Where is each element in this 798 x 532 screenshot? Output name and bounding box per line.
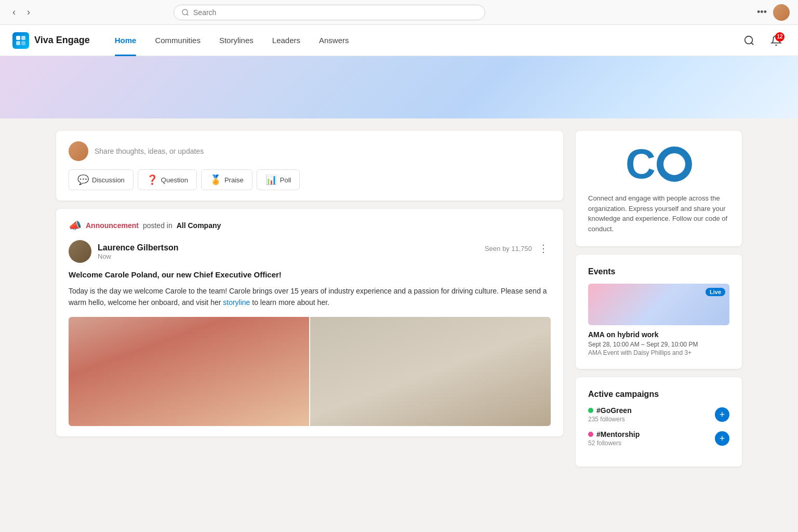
app-name: Viva Engage — [34, 35, 90, 46]
main-navigation: Home Communities Storylines Leaders Answ… — [107, 25, 740, 56]
campaigns-card: Active campaigns #GoGreen 235 followers … — [576, 377, 742, 467]
more-button[interactable]: ••• — [757, 7, 767, 18]
search-input[interactable] — [193, 8, 477, 17]
viva-engage-logo-icon — [12, 32, 29, 49]
mentorship-dot — [588, 432, 593, 437]
svg-line-7 — [751, 43, 753, 45]
post-time: Now — [98, 252, 179, 260]
browser-search-bar[interactable] — [174, 5, 485, 20]
event-name[interactable]: AMA on hybrid work — [588, 330, 729, 339]
praise-label: Praise — [224, 176, 244, 184]
mentorship-followers: 52 followers — [588, 440, 715, 447]
composer-placeholder[interactable]: Share thoughts, ideas, or updates — [95, 147, 551, 155]
notification-badge: 12 — [775, 32, 784, 42]
svg-rect-2 — [16, 36, 20, 40]
community-link[interactable]: All Company — [177, 221, 221, 230]
post-title: Welcome Carole Poland, our new Chief Exe… — [69, 270, 551, 279]
praise-button[interactable]: 🏅 Praise — [201, 169, 252, 190]
right-sidebar: C Connect and engage with people across … — [576, 131, 742, 467]
campaign-item-mentorship: #Mentorship 52 followers + — [588, 430, 729, 447]
svg-point-6 — [745, 36, 753, 44]
composer-avatar — [69, 141, 88, 161]
composer-action-buttons: 💬 Discussion ❓ Question 🏅 Praise 📊 Poll — [69, 169, 551, 190]
co-letter-o — [657, 147, 692, 182]
discussion-label: Discussion — [92, 176, 125, 184]
browser-bar: ‹ › ••• — [0, 0, 798, 25]
forward-button[interactable]: › — [23, 5, 34, 20]
campaigns-title: Active campaigns — [588, 390, 729, 399]
co-description: Connect and engage with people across th… — [588, 193, 729, 234]
post-meta: 📣 Announcement posted in All Company — [69, 219, 551, 232]
post-stats: Seen by 11,750 ⋮ — [485, 240, 551, 257]
author-avatar[interactable] — [69, 240, 91, 263]
event-description: AMA Event with Daisy Phillips and 3+ — [588, 349, 729, 356]
nav-communities[interactable]: Communities — [147, 25, 209, 56]
poll-label: Poll — [280, 176, 291, 184]
announcement-icon: 📣 — [69, 219, 82, 232]
post-image-2 — [310, 317, 551, 426]
post-more-options[interactable]: ⋮ — [536, 240, 551, 257]
co-logo: C — [588, 143, 729, 185]
author-name: Laurence Gilbertson — [98, 243, 179, 252]
campaign-mentorship-name: #Mentorship — [588, 430, 715, 438]
event-date: Sept 28, 10:00 AM – Sept 29, 10:00 PM — [588, 341, 729, 348]
co-card: C Connect and engage with people across … — [576, 131, 742, 246]
campaign-item-gogreen: #GoGreen 235 followers + — [588, 406, 729, 423]
svg-line-1 — [187, 14, 188, 15]
event-image: Live — [588, 284, 729, 325]
app-header: Viva Engage Home Communities Storylines … — [0, 25, 798, 56]
back-button[interactable]: ‹ — [8, 5, 20, 20]
co-letter-c: C — [626, 143, 656, 185]
image-woman-red — [69, 317, 309, 426]
user-avatar-browser[interactable] — [773, 4, 790, 21]
image-family — [310, 317, 551, 426]
svg-rect-3 — [21, 36, 25, 40]
praise-icon: 🏅 — [210, 174, 221, 185]
notification-button[interactable]: 12 — [767, 31, 786, 50]
question-button[interactable]: ❓ Question — [138, 169, 197, 190]
events-card: Events Live AMA on hybrid work Sept 28, … — [576, 255, 742, 369]
svg-point-0 — [182, 9, 188, 15]
live-badge: Live — [706, 288, 725, 296]
question-label: Question — [161, 176, 188, 184]
post-body-text2: to learn more about her. — [252, 298, 329, 307]
svg-rect-4 — [16, 41, 20, 45]
nav-answers[interactable]: Answers — [311, 25, 357, 56]
gogreen-followers: 235 followers — [588, 416, 715, 423]
question-icon: ❓ — [147, 174, 158, 185]
campaign-gogreen-info: #GoGreen 235 followers — [588, 406, 715, 423]
nav-home[interactable]: Home — [107, 25, 145, 56]
composer-input-area[interactable]: Share thoughts, ideas, or updates — [69, 141, 551, 161]
poll-button[interactable]: 📊 Poll — [257, 169, 300, 190]
avatar-image — [773, 4, 790, 21]
nav-leaders[interactable]: Leaders — [264, 25, 309, 56]
author-info: Laurence Gilbertson Now — [98, 243, 179, 260]
discussion-button[interactable]: 💬 Discussion — [69, 169, 134, 190]
post-card: 📣 Announcement posted in All Company Lau… — [56, 209, 563, 436]
post-header: Laurence Gilbertson Now Seen by 11,750 ⋮ — [69, 240, 551, 263]
follow-mentorship-button[interactable]: + — [715, 431, 729, 446]
post-author: Laurence Gilbertson Now — [69, 240, 179, 263]
header-actions: 12 — [740, 31, 786, 50]
post-body: Today is the day we welcome Carole to th… — [69, 285, 551, 309]
campaign-mentorship-info: #Mentorship 52 followers — [588, 430, 715, 447]
posted-in-label: posted in — [143, 221, 172, 230]
mentorship-label: #Mentorship — [596, 430, 640, 438]
announcement-label: Announcement — [86, 221, 139, 230]
follow-gogreen-button[interactable]: + — [715, 407, 729, 422]
main-content: Share thoughts, ideas, or updates 💬 Disc… — [35, 118, 763, 479]
svg-rect-5 — [21, 41, 25, 45]
hero-banner — [0, 56, 798, 118]
event-item: Live AMA on hybrid work Sept 28, 10:00 A… — [588, 284, 729, 356]
app-logo: Viva Engage — [12, 32, 90, 49]
browser-navigation: ‹ › — [8, 5, 34, 20]
campaign-gogreen-name: #GoGreen — [588, 406, 715, 415]
events-title: Events — [588, 267, 729, 276]
nav-storylines[interactable]: Storylines — [211, 25, 262, 56]
post-storyline-link[interactable]: storyline — [223, 298, 250, 307]
discussion-icon: 💬 — [77, 174, 89, 185]
left-column: Share thoughts, ideas, or updates 💬 Disc… — [56, 131, 563, 467]
poll-icon: 📊 — [265, 174, 277, 185]
search-button[interactable] — [740, 31, 759, 50]
gogreen-dot — [588, 408, 593, 413]
